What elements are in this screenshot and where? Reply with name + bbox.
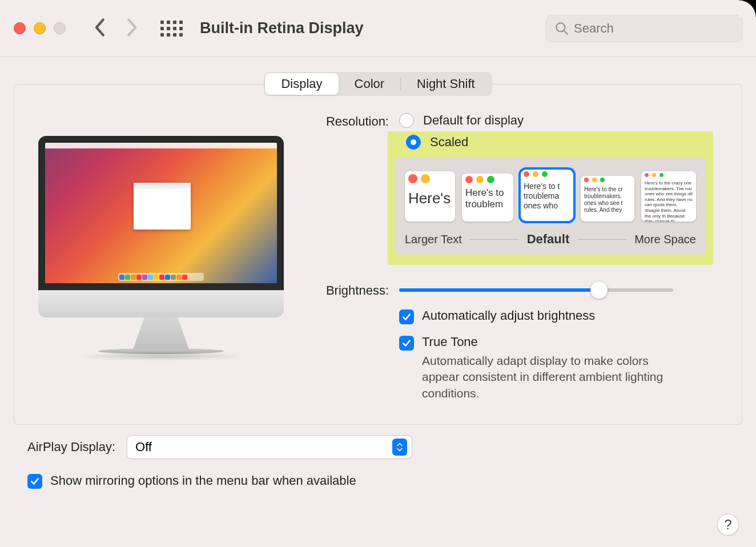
resolution-scale-picker: Here's Here's to troublem Here's to t tr… (395, 158, 706, 255)
display-panel: Resolution: Default for display Scaled (14, 84, 742, 425)
airplay-value: Off (135, 440, 152, 455)
svg-line-1 (564, 30, 568, 34)
scaled-highlight: Scaled Here's Here's to troublem (388, 131, 713, 265)
show-all-prefs-button[interactable] (160, 21, 183, 37)
toolbar: Built-in Retina Display (0, 0, 756, 57)
airplay-select[interactable]: Off (127, 435, 412, 459)
scale-option-1[interactable]: Here's (405, 171, 455, 222)
show-mirroring-checkbox[interactable] (27, 474, 42, 489)
window-corner (739, 0, 756, 17)
close-window-button[interactable] (14, 22, 26, 34)
search-icon (554, 21, 569, 36)
nav-buttons (93, 18, 139, 39)
tab-night-shift[interactable]: Night Shift (401, 73, 491, 95)
tab-display[interactable]: Display (265, 73, 338, 95)
preview-screen (38, 136, 284, 290)
auto-brightness-checkbox[interactable] (399, 309, 414, 324)
true-tone-checkbox[interactable] (399, 336, 414, 351)
zoom-window-button[interactable] (54, 22, 66, 34)
true-tone-label: True Tone (422, 335, 673, 349)
brightness-slider[interactable] (399, 282, 673, 298)
search-box[interactable] (546, 15, 742, 42)
traffic-lights (14, 22, 66, 34)
radio-default-label: Default for display (423, 113, 524, 128)
airplay-label: AirPlay Display: (27, 440, 115, 455)
default-scale-label: Default (527, 232, 570, 247)
minimize-window-button[interactable] (34, 22, 46, 34)
scale-option-2[interactable]: Here's to troublem (462, 174, 513, 222)
scale-option-default[interactable]: Here's to t troublema ones who (520, 169, 574, 222)
scale-option-5[interactable]: Here's to the crazy one troublemakers. T… (641, 171, 696, 222)
search-input[interactable] (574, 21, 734, 36)
true-tone-description: Automatically adapt display to make colo… (422, 353, 673, 401)
more-space-label: More Space (634, 233, 696, 246)
resolution-label: Resolution: (308, 113, 399, 265)
scale-option-4[interactable]: Here's to the cr troublemakers. ones who… (581, 176, 634, 222)
help-button[interactable]: ? (717, 514, 739, 536)
tab-bar: Display Color Night Shift (264, 72, 492, 96)
radio-scaled[interactable] (406, 135, 421, 150)
back-button[interactable] (93, 18, 106, 39)
radio-scaled-label: Scaled (430, 135, 468, 150)
window-title: Built-in Retina Display (200, 19, 546, 37)
select-arrows-icon (392, 439, 407, 456)
forward-button[interactable] (126, 18, 139, 39)
display-preview (14, 113, 308, 407)
larger-text-label: Larger Text (405, 233, 462, 246)
radio-default-for-display[interactable] (399, 113, 414, 128)
auto-brightness-label: Automatically adjust brightness (422, 308, 595, 323)
brightness-label: Brightness: (308, 282, 399, 401)
show-mirroring-label: Show mirroring options in the menu bar w… (50, 473, 356, 488)
tab-color[interactable]: Color (339, 73, 401, 95)
